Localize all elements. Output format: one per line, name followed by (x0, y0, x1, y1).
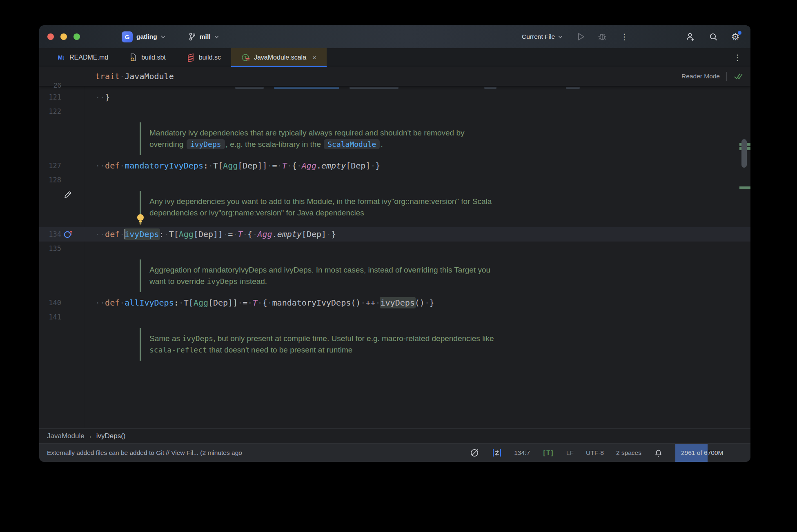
tab-label: build.sbt (141, 54, 166, 61)
highlighting-level-icon[interactable] (469, 448, 480, 458)
breadcrumb-item[interactable]: JavaModule (47, 432, 85, 440)
ide-window: G gatling mill Current File (39, 25, 750, 462)
editor-gutter[interactable]: 122 (39, 104, 84, 119)
chevron-down-icon (558, 35, 563, 38)
code-token: · (267, 298, 272, 308)
code-token: { (292, 161, 297, 171)
reader-mode-label[interactable]: Reader Mode (681, 73, 720, 80)
code-token: · (179, 298, 184, 308)
memory-indicator[interactable]: 2961 of 6700M (675, 444, 750, 462)
editor-gutter[interactable]: 140 (39, 296, 84, 310)
code-token: empty (277, 229, 302, 239)
editor-tab-readme-md[interactable]: M↓README.md (47, 48, 118, 67)
code-token: trait (95, 71, 120, 81)
editor-gutter[interactable]: 134 (39, 227, 84, 242)
zoom-window-button[interactable] (73, 33, 80, 40)
search-everywhere-button[interactable] (707, 31, 719, 43)
close-tab-icon[interactable]: × (312, 54, 316, 61)
intention-bulb-icon[interactable] (135, 213, 146, 225)
doc-text: scala-reflect (149, 346, 207, 354)
close-window-button[interactable] (47, 33, 54, 40)
doc-code-link[interactable]: ScalaModule (324, 139, 380, 149)
sticky-declaration-line[interactable]: 26 trait·JavaModule Reader Mode (39, 67, 750, 86)
line-number[interactable]: 140 (49, 296, 61, 310)
editor-gutter[interactable] (39, 256, 84, 296)
caret-position[interactable]: 134:7 (514, 449, 530, 457)
status-message[interactable]: Externally added files can be added to G… (47, 449, 242, 457)
git-branch-icon (188, 33, 196, 41)
editor-gutter[interactable]: 135 (39, 242, 84, 256)
code-line[interactable]: 134··def·ivyDeps:·T[Agg[Dep]]·=·T·{·Agg.… (39, 227, 750, 242)
run-configuration-selector[interactable]: Current File (522, 33, 563, 40)
line-number[interactable]: 127 (49, 159, 61, 173)
doc-text: , e.g. the scala-library in the (226, 140, 323, 149)
vcs-branch-widget[interactable]: mill (188, 33, 219, 41)
breadcrumb-item[interactable]: ivyDeps() (96, 432, 126, 440)
doc-comment-row: Mandatory ivy dependencies that are typi… (39, 119, 750, 159)
override-gutter-icon[interactable] (63, 229, 74, 239)
code-text: ··} (84, 90, 110, 104)
inspections-ok-icon[interactable] (733, 72, 744, 81)
code-token: T[ (213, 161, 223, 171)
debug-button[interactable] (596, 31, 608, 43)
doc-comment-line: Aggregation of mandatoryIvyDeps and ivyD… (149, 264, 490, 276)
doc-text: ivyDeps (207, 277, 238, 286)
editor-gutter[interactable]: 128 (39, 173, 84, 187)
doc-text: Mandatory ivy dependencies that are typi… (149, 129, 464, 137)
code-line[interactable]: 127··def·mandatoryIvyDeps:·T[Agg[Dep]]·=… (39, 159, 750, 173)
more-actions-button[interactable]: ⋮ (618, 31, 630, 43)
editor-tab-javamodule-scala[interactable]: TJavaModule.scala× (231, 48, 327, 67)
blank-line[interactable]: 141 (39, 310, 750, 324)
code-token: · (243, 229, 247, 239)
editor-gutter[interactable]: 127 (39, 159, 84, 173)
minimize-window-button[interactable] (60, 33, 67, 40)
doc-text: Aggregation of mandatoryIvyDeps and ivyD… (149, 266, 490, 274)
settings-button[interactable]: ⚙ (729, 31, 741, 43)
doc-code-link[interactable]: ivyDeps (187, 139, 225, 149)
code-token: : (174, 298, 179, 308)
doc-comment-row: Same as ivyDeps, but only present at com… (39, 324, 750, 364)
editor-gutter[interactable]: 121 (39, 90, 84, 104)
breadcrumb: JavaModule › ivyDeps() (39, 428, 750, 443)
markdown-icon: M↓ (58, 54, 65, 61)
run-button[interactable] (575, 31, 587, 43)
memory-usage-text: 2961 of 6700M (681, 449, 723, 457)
line-number[interactable]: 134 (49, 227, 61, 242)
line-number[interactable]: 26 (53, 76, 61, 95)
indent-indicator[interactable]: 2 spaces (616, 449, 641, 457)
column-sync-icon[interactable] (492, 448, 502, 458)
blank-line[interactable]: 128 (39, 173, 750, 187)
blank-line[interactable]: 122 (39, 104, 750, 119)
editor-gutter[interactable]: 141 (39, 310, 84, 324)
code-token: T (252, 298, 257, 308)
type-aware-highlighting-indicator[interactable]: [T] (542, 449, 554, 457)
line-number[interactable]: 122 (49, 104, 61, 119)
blank-line[interactable]: 135 (39, 242, 750, 256)
editor-tab-build-sc[interactable]: build.sc (176, 48, 231, 67)
editor-gutter[interactable] (39, 119, 84, 159)
encoding-indicator[interactable]: UTF-8 (586, 449, 604, 457)
add-user-button[interactable] (684, 31, 697, 43)
code-token: [Dep] (346, 161, 370, 171)
line-number[interactable]: 128 (49, 173, 61, 187)
doc-text: overriding (149, 140, 186, 149)
code-line[interactable]: 121··} (39, 90, 750, 104)
line-number[interactable]: 135 (49, 242, 61, 256)
tab-options-button[interactable]: ⋮ (724, 48, 750, 67)
line-ending-indicator[interactable]: LF (566, 449, 574, 457)
notifications-bell-icon[interactable] (654, 448, 663, 458)
code-token: ·· (95, 298, 105, 308)
editor-gutter[interactable] (39, 324, 84, 364)
editor-tab-build-sbt[interactable]: build.sbt (118, 48, 176, 67)
line-number[interactable]: 141 (49, 310, 61, 324)
code-token: = (228, 229, 233, 239)
code-editor[interactable]: 121··}122Mandatory ivy dependencies that… (39, 86, 750, 428)
code-line[interactable]: 140··def·allIvyDeps:·T[Agg[Dep]]·=·T·{·m… (39, 296, 750, 310)
divider (726, 72, 727, 81)
editor-gutter[interactable] (39, 187, 84, 227)
code-token: Agg (257, 229, 272, 239)
code-text: ··def·ivyDeps:·T[Agg[Dep]]·=·T·{·Agg.emp… (84, 227, 336, 242)
code-token: def (105, 161, 120, 171)
scrollbar-thumb[interactable] (741, 139, 747, 168)
project-widget[interactable]: G gatling (122, 31, 165, 42)
